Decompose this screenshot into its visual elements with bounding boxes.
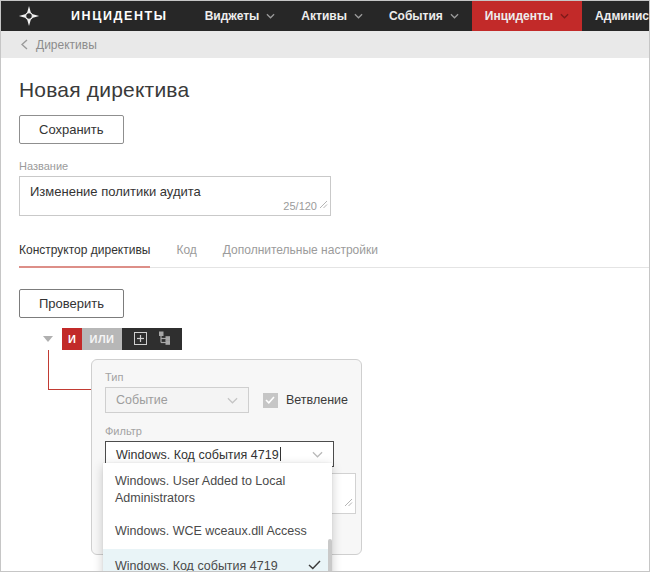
menu-item-label: Активы xyxy=(301,9,347,23)
directive-builder-canvas: И ИЛИ Тип Событие xyxy=(19,327,649,572)
node-actions-group xyxy=(122,328,182,350)
main-menu: Виджеты Активы События Инциденты Админис… xyxy=(192,1,650,31)
chevron-down-icon[interactable] xyxy=(312,447,323,461)
menu-item-widgets[interactable]: Виджеты xyxy=(192,1,289,31)
menu-item-administration[interactable]: Администрирование xyxy=(582,1,650,31)
breadcrumb: Директивы xyxy=(1,31,649,58)
filter-field-label: Фильтр xyxy=(105,425,348,437)
branching-checkbox-label: Ветвление xyxy=(286,393,348,407)
menu-item-label: События xyxy=(389,9,443,23)
save-button[interactable]: Сохранить xyxy=(19,115,124,144)
tree-connector-line xyxy=(48,389,91,390)
menu-item-assets[interactable]: Активы xyxy=(288,1,376,31)
main-content: Новая директива Сохранить Название Измен… xyxy=(1,78,649,572)
text-cursor xyxy=(280,447,281,461)
top-navigation-bar: ИНЦИДЕНТЫ Виджеты Активы События Инциден… xyxy=(1,1,649,31)
add-node-icon[interactable] xyxy=(134,332,147,347)
menu-item-label: Виджеты xyxy=(205,9,260,23)
verify-button[interactable]: Проверить xyxy=(19,289,124,318)
branch-subtree-icon[interactable] xyxy=(158,331,171,347)
chevron-left-icon[interactable] xyxy=(21,36,28,54)
branching-checkbox-group[interactable]: Ветвление xyxy=(263,393,348,408)
menu-item-events[interactable]: События xyxy=(376,1,472,31)
page-title: Новая директива xyxy=(19,78,649,102)
dropdown-option-selected[interactable]: Windows. Код события 4719 xyxy=(103,549,332,572)
app-window: ИНЦИДЕНТЫ Виджеты Активы События Инциден… xyxy=(0,0,650,572)
app-title: ИНЦИДЕНТЫ xyxy=(71,1,168,31)
dropdown-option[interactable]: Windows. WCE wceaux.dll Access xyxy=(103,514,332,549)
dropdown-option-label: Windows. Код события 4719 xyxy=(115,558,278,572)
operator-segmented-control: И ИЛИ xyxy=(62,328,182,350)
tab-directive-builder[interactable]: Конструктор директивы xyxy=(19,243,150,268)
filter-dropdown-list: Windows. User Added to Local Administrat… xyxy=(103,463,332,572)
menu-item-label: Администрирование xyxy=(595,9,650,23)
tree-connector-line xyxy=(48,350,49,390)
branching-checkbox[interactable] xyxy=(263,393,278,408)
type-field-label: Тип xyxy=(105,371,348,383)
type-select-value: Событие xyxy=(116,393,168,407)
resize-handle-icon[interactable] xyxy=(344,493,353,511)
chevron-down-icon xyxy=(560,13,569,19)
resize-handle-icon[interactable] xyxy=(319,195,328,213)
checkmark-icon xyxy=(308,558,321,572)
compass-star-icon xyxy=(18,5,40,27)
tab-code[interactable]: Код xyxy=(176,243,196,268)
dropdown-option[interactable]: Windows. User Added to Local Administrat… xyxy=(103,463,332,514)
char-counter: 25/120 xyxy=(283,200,317,212)
chevron-down-icon xyxy=(450,13,459,19)
breadcrumb-back-link[interactable]: Директивы xyxy=(36,38,97,52)
name-field-label: Название xyxy=(19,160,649,172)
name-input-value: Изменение политики аудита xyxy=(20,177,330,199)
description-textarea-partial[interactable] xyxy=(331,473,356,514)
chevron-down-icon xyxy=(354,13,363,19)
filter-combobox-value: Windows. Код события 4719 xyxy=(116,447,281,462)
chevron-down-icon xyxy=(227,393,238,407)
app-logo[interactable] xyxy=(1,1,40,31)
type-select[interactable]: Событие xyxy=(105,387,249,413)
operator-and-button[interactable]: И xyxy=(62,328,82,350)
tab-additional-settings[interactable]: Дополнительные настройки xyxy=(223,243,378,268)
checkmark-icon xyxy=(265,396,275,404)
operator-or-button[interactable]: ИЛИ xyxy=(82,328,122,350)
name-input[interactable]: Изменение политики аудита 25/120 xyxy=(19,176,331,216)
chevron-down-icon xyxy=(266,13,275,19)
menu-item-incidents[interactable]: Инциденты xyxy=(472,1,582,31)
dropdown-scrollbar-thumb[interactable] xyxy=(328,539,332,572)
tab-bar: Конструктор директивы Код Дополнительные… xyxy=(19,243,649,268)
menu-item-label: Инциденты xyxy=(485,9,553,23)
tree-collapse-caret-icon[interactable] xyxy=(43,336,53,342)
